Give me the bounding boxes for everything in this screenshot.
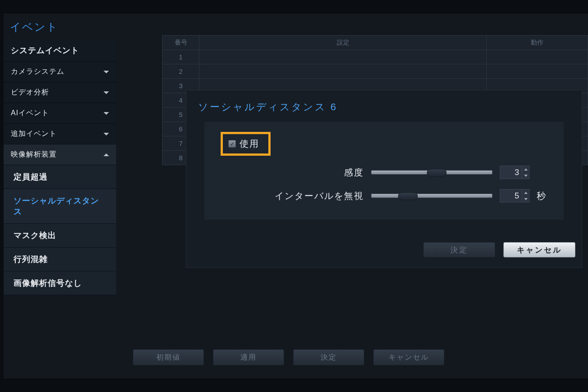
row-num: 2 [163, 64, 199, 79]
dialog-title: ソーシャルディスタンス 6 [186, 90, 582, 122]
ignore-interval-label: インターバルを無視 [275, 190, 364, 202]
apply-button[interactable]: 適用 [213, 349, 284, 365]
chevron-down-icon [104, 91, 109, 94]
step-down-button[interactable] [522, 196, 529, 202]
use-highlight-frame: ✓ 使用 [221, 132, 271, 156]
sidebar-sub-label: マスク検出 [14, 231, 56, 240]
sidebar-sub-label: 行列混雑 [14, 255, 48, 264]
sidebar-title: イベント [4, 14, 116, 40]
table-row[interactable]: 2 [163, 64, 588, 79]
stepper-arrows [522, 189, 529, 203]
ignore-interval-slider[interactable] [371, 194, 493, 198]
ignore-interval-unit: 秒 [537, 190, 547, 202]
sidebar-item-label: カメラシステム [11, 67, 64, 77]
col-settings: 設定 [199, 36, 487, 50]
reset-button[interactable]: 初期値 [133, 349, 204, 365]
step-down-button[interactable] [522, 172, 529, 179]
row-set[interactable] [199, 50, 487, 64]
arrow-up-icon [524, 192, 528, 194]
row-num: 1 [163, 50, 199, 64]
sensitivity-label: 感度 [344, 167, 364, 179]
sidebar-item-ai-event[interactable]: AIイベント [4, 103, 116, 124]
chevron-down-icon [104, 133, 109, 135]
dialog-cancel-button[interactable]: キャンセル [503, 242, 575, 257]
sensitivity-input[interactable] [500, 166, 522, 179]
col-operation: 動作 [487, 36, 588, 50]
sidebar-item-video-analyzer[interactable]: 映像解析装置 [4, 144, 116, 165]
sidebar: イベント システムイベント カメラシステム ビデオ分析 AIイベント 追加イベン… [4, 14, 116, 295]
sidebar-item-system-event[interactable]: システムイベント [4, 40, 116, 62]
arrow-up-icon [524, 168, 528, 171]
step-up-button[interactable] [522, 189, 529, 196]
sidebar-item-label: システムイベント [11, 45, 79, 56]
sidebar-sub-mask-detection[interactable]: マスク検出 [4, 224, 116, 248]
use-checkbox[interactable]: ✓ [228, 140, 236, 148]
sidebar-sub-no-image-signal[interactable]: 画像解析信号なし [4, 271, 116, 295]
sidebar-sub-label: 画像解析信号なし [14, 279, 82, 288]
sidebar-item-label: AIイベント [11, 108, 49, 118]
sidebar-sub-queue-congestion[interactable]: 行列混雑 [4, 248, 116, 271]
sidebar-item-label: ビデオ分析 [11, 88, 49, 97]
col-number: 番号 [163, 36, 199, 50]
cancel-button[interactable]: キャンセル [373, 349, 444, 365]
chevron-down-icon [104, 71, 109, 73]
ok-button[interactable]: 決定 [293, 349, 364, 365]
slider-thumb[interactable] [398, 192, 418, 200]
sidebar-sub-capacity-exceeded[interactable]: 定員超過 [4, 165, 116, 189]
sensitivity-slider[interactable] [371, 170, 493, 175]
chevron-up-icon [104, 153, 109, 156]
slider-thumb[interactable] [427, 169, 447, 177]
social-distance-dialog: ソーシャルディスタンス 6 ✓ 使用 感度 インターバルを無視 [186, 90, 582, 268]
stepper-arrows [522, 166, 529, 179]
arrow-down-icon [524, 198, 528, 200]
step-up-button[interactable] [522, 166, 529, 172]
sensitivity-stepper[interactable] [500, 166, 529, 179]
row-op[interactable] [487, 64, 588, 79]
ignore-interval-stepper[interactable] [500, 189, 529, 203]
row-op[interactable] [487, 50, 588, 64]
sidebar-item-additional-event[interactable]: 追加イベント [4, 124, 116, 144]
sensitivity-row: 感度 [221, 166, 547, 179]
table-row[interactable]: 1 [163, 50, 588, 64]
sidebar-item-video-analysis[interactable]: ビデオ分析 [4, 82, 116, 103]
sidebar-item-label: 追加イベント [11, 129, 57, 139]
arrow-down-icon [524, 175, 528, 177]
ignore-interval-row: インターバルを無視 秒 [221, 189, 547, 203]
sidebar-sub-label: ソーシャルディスタンス [14, 196, 99, 216]
use-label: 使用 [240, 138, 259, 150]
dialog-body: ✓ 使用 感度 インターバルを無視 [204, 122, 564, 220]
bottom-button-bar: 初期値 適用 決定 キャンセル [133, 349, 444, 365]
chevron-down-icon [104, 112, 109, 115]
table-header-row: 番号 設定 動作 [163, 36, 588, 50]
sidebar-item-label: 映像解析装置 [11, 150, 57, 159]
sidebar-item-camera-system[interactable]: カメラシステム [4, 62, 116, 82]
dialog-ok-button[interactable]: 決定 [423, 242, 495, 257]
sidebar-sub-label: 定員超過 [14, 172, 48, 181]
row-set[interactable] [199, 64, 487, 79]
ignore-interval-input[interactable] [500, 189, 522, 203]
sidebar-sub-social-distance[interactable]: ソーシャルディスタンス [4, 189, 116, 224]
dialog-button-bar: 決定 キャンセル [423, 242, 575, 257]
